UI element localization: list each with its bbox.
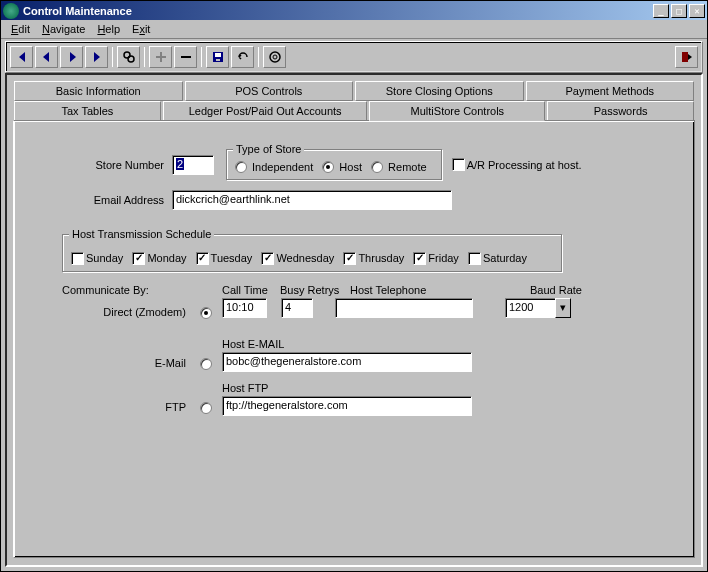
label-saturday: Saturday [483,252,527,264]
last-record-button[interactable] [85,46,108,68]
tab-multistore-controls[interactable]: MultiStore Controls [369,101,545,121]
baud-rate-label: Baud Rate [530,284,582,296]
host-telephone-input[interactable] [335,298,473,318]
store-number-label: Store Number [62,159,172,171]
schedule-group: Host Transmission Schedule Sunday Monday… [62,234,562,272]
radio-direct[interactable] [200,307,212,319]
tab-ledger-post[interactable]: Ledger Post/Paid Out Accounts [163,101,368,121]
communicate-by-label: Communicate By: [62,284,149,296]
minimize-button[interactable]: _ [653,4,669,18]
tab-passwords[interactable]: Passwords [547,101,694,121]
window-title: Control Maintenance [23,5,653,17]
svg-rect-8 [682,52,688,62]
ar-processing-label: A/R Processing at host. [467,159,582,171]
checkbox-wednesday[interactable] [261,252,274,265]
checkbox-ar-processing[interactable] [452,158,465,171]
tab-tax-tables[interactable]: Tax Tables [14,101,161,121]
svg-rect-2 [181,56,191,58]
busy-retrys-label: Busy Retrys [280,284,350,296]
busy-retrys-input[interactable]: 4 [281,298,313,318]
window: Control Maintenance _ □ ✕ Edit Navigate … [0,0,708,572]
close-button[interactable]: ✕ [689,4,705,18]
host-email-input[interactable]: bobc@thegeneralstore.com [222,352,472,372]
label-thursday: Thrusday [358,252,404,264]
menu-navigate[interactable]: Navigate [36,21,91,37]
radio-email[interactable] [200,358,212,370]
checkbox-tuesday[interactable] [196,252,209,265]
title-bar: Control Maintenance _ □ ✕ [1,1,707,20]
radio-independent[interactable] [235,161,247,173]
svg-rect-5 [216,59,220,61]
menu-bar: Edit Navigate Help Exit [1,20,707,39]
schedule-legend: Host Transmission Schedule [69,228,214,240]
tab-payment-methods[interactable]: Payment Methods [526,81,695,101]
undo-button[interactable] [231,46,254,68]
tab-basic-information[interactable]: Basic Information [14,81,183,101]
email-address-input[interactable]: dickcrich@earthlink.net [172,190,452,210]
next-record-button[interactable] [60,46,83,68]
baud-dropdown-button[interactable]: ▾ [555,298,571,318]
app-icon [3,3,19,19]
maximize-button[interactable]: □ [671,4,687,18]
label-tuesday: Tuesday [211,252,253,264]
host-ftp-input[interactable]: ftp://thegeneralstore.com [222,396,472,416]
find-button[interactable] [117,46,140,68]
email-comm-label: E-Mail [155,357,186,369]
host-telephone-label: Host Telephone [350,284,490,296]
add-button[interactable] [149,46,172,68]
checkbox-saturday[interactable] [468,252,481,265]
radio-remote[interactable] [371,161,383,173]
tabs-row-2: Tax Tables Ledger Post/Paid Out Accounts… [13,101,695,121]
label-wednesday: Wednesday [276,252,334,264]
menu-edit[interactable]: Edit [5,21,36,37]
direct-label: Direct (Zmodem) [103,306,186,318]
host-ftp-label: Host FTP [222,382,472,394]
content-area: Basic Information POS Controls Store Clo… [5,73,703,567]
radio-host-label: Host [339,161,362,173]
tabs-row-1: Basic Information POS Controls Store Clo… [13,81,695,101]
menu-help[interactable]: Help [91,21,126,37]
svg-point-7 [273,55,277,59]
radio-independent-label: Independent [252,161,313,173]
svg-point-1 [128,56,134,62]
menu-exit[interactable]: Exit [126,21,156,37]
type-of-store-group: Type of Store Independent Host Remote [226,149,442,180]
exit-button[interactable] [675,46,698,68]
checkbox-friday[interactable] [413,252,426,265]
host-email-label: Host E-MAIL [222,338,472,350]
svg-rect-4 [215,53,221,57]
toolbar [5,41,703,73]
tab-panel-multistore: Store Number 2 Type of Store Independent… [13,120,695,558]
checkbox-thursday[interactable] [343,252,356,265]
save-button[interactable] [206,46,229,68]
call-time-input[interactable]: 10:10 [222,298,267,318]
type-of-store-legend: Type of Store [233,143,304,155]
first-record-button[interactable] [10,46,33,68]
call-time-label: Call Time [222,284,280,296]
tab-store-closing-options[interactable]: Store Closing Options [355,81,524,101]
label-monday: Monday [147,252,186,264]
checkbox-monday[interactable] [132,252,145,265]
radio-host[interactable] [322,161,334,173]
svg-point-6 [270,52,280,62]
email-address-label: Email Address [62,194,172,206]
baud-rate-value: 1200 [505,298,555,318]
label-friday: Friday [428,252,459,264]
store-number-input[interactable]: 2 [172,155,214,175]
ftp-comm-label: FTP [165,401,186,413]
baud-rate-combo[interactable]: 1200 ▾ [505,298,571,318]
delete-button[interactable] [174,46,197,68]
refresh-button[interactable] [263,46,286,68]
prev-record-button[interactable] [35,46,58,68]
radio-ftp[interactable] [200,402,212,414]
tab-pos-controls[interactable]: POS Controls [185,81,354,101]
radio-remote-label: Remote [388,161,427,173]
checkbox-sunday[interactable] [71,252,84,265]
label-sunday: Sunday [86,252,123,264]
